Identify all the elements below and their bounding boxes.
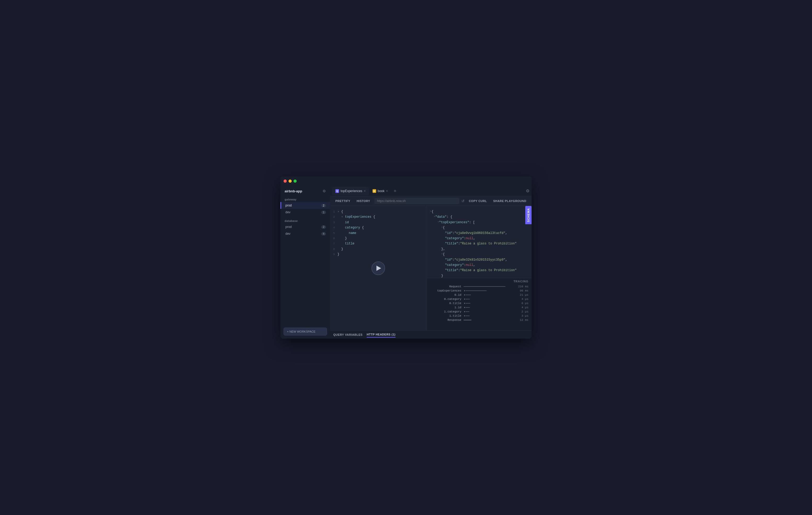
trace-row-name: Response [430,318,461,322]
code-line: 3 id [330,220,427,225]
traffic-lights [284,179,297,183]
section-label-gateway: gateway [281,196,330,202]
top-settings-icon[interactable]: ⚙ [526,189,529,193]
history-button[interactable]: HISTORY [354,198,372,204]
resp-line: ▾ { [427,252,531,257]
resp-line: "category": null, [427,236,531,241]
resp-line: "title": "Raise a glass to Prohibition" [427,268,531,273]
trace-row-name: topExperiences [430,289,461,292]
resp-line: ▾ "data": { [427,214,531,220]
trace-bar [466,307,470,308]
share-playground-button[interactable]: SHARE PLAYGROUND [491,198,528,204]
tab-bar: Q topExperiences × M book × + ⚙ [330,186,531,196]
trace-bar [466,295,471,295]
app-name-label: airbnb-app [285,189,302,193]
trace-bar [466,299,470,299]
code-line: 7 title [330,241,427,246]
trace-row-name: Request [430,285,461,288]
trace-row-name: 0.category [430,297,461,301]
trace-row-topexperiences: topExperiences 90 ms [427,289,531,293]
main-content: airbnb-app ⚙ gateway prod 2 dev 1 databa… [281,186,531,339]
maximize-button[interactable] [293,179,297,183]
play-button[interactable] [372,261,385,275]
schema-button[interactable]: SCHEMA [525,206,531,224]
tracing-panel: TRACING Request 210 ms [427,278,531,330]
trace-dot [464,303,465,304]
new-workspace-button[interactable]: + NEW WORKSPACE [284,327,327,336]
code-line: 6 } [330,236,427,241]
trace-time: 4 μs [516,297,528,301]
code-line: 8 } [330,247,427,252]
resp-line: "category": null, [427,262,531,268]
sidebar-header: airbnb-app ⚙ [281,186,330,196]
arrow-icon: ▾ [338,210,341,213]
sidebar-item-name: dev [285,210,290,214]
resp-line: ▾ "topExperiences": [ [427,220,531,225]
editor-panels: 1 ▾ { 2 ▾ topExperiences { [330,206,531,330]
section-label-database: database [281,218,330,224]
copy-curl-button[interactable]: COPY CURL [467,198,489,204]
sidebar-badge: 1 [321,211,326,214]
trace-time: 2 μs [516,310,528,313]
resp-line: "id": "cja8e0vvg1b060156al3tucfd" , [427,231,531,236]
trace-row-0title: 0.title 6 μs [427,301,531,305]
close-button[interactable] [284,179,287,183]
sidebar-badge: 4 [321,232,326,235]
trace-time: 90 ms [516,289,528,292]
trace-bar [466,311,469,312]
url-input[interactable] [374,198,459,204]
tab-close-icon[interactable]: × [364,190,366,193]
bottom-tab-query-variables[interactable]: QUERY VARIABLES [333,332,362,337]
trace-row-name: 0.id [430,293,461,296]
tab-top-experiences[interactable]: Q topExperiences × [332,187,369,195]
tab-name: book [378,189,384,193]
code-line: 4 category { [330,225,427,230]
trace-time: 4 μs [516,306,528,309]
add-tab-button[interactable]: + [392,188,399,195]
trace-row-name: 1.category [430,310,461,313]
toolbar: PRETTIFY HISTORY ↺ COPY CURL SHARE PLAYG… [330,196,531,206]
trace-row-name: 1.id [430,306,461,309]
trace-bar [466,303,470,304]
minimize-button[interactable] [289,179,292,183]
sidebar-badge: 2 [321,225,326,229]
resp-line: }, [427,247,531,252]
play-icon [376,266,381,271]
trace-time: 6 μs [516,302,528,305]
sidebar-item-gateway-prod[interactable]: prod 2 [281,202,330,209]
tracing-rows: Request 210 ms topExperiences [427,284,531,323]
sidebar-item-gateway-dev[interactable]: dev 1 [281,209,330,216]
trace-bar [466,316,470,316]
trace-bar [464,320,471,320]
resp-line: "title": "Raise a glass to Prohibition" [427,241,531,246]
resp-line: ▾ { [427,209,531,214]
sidebar-badge: 2 [321,204,326,207]
tab-close-icon[interactable]: × [386,190,388,193]
code-line: 1 ▾ { [330,209,427,214]
trace-bar-container [464,311,514,312]
prettify-button[interactable]: PRETTIFY [333,198,352,204]
trace-row-response: Response 12 ms [427,318,531,322]
tab-name: topExperiences [341,189,362,193]
trace-time: 12 ms [516,318,528,322]
editor-area: Q topExperiences × M book × + ⚙ PRETTIFY… [330,186,531,339]
trace-bar-container [464,307,514,308]
trace-dot [464,315,465,316]
trace-dot [464,307,465,308]
new-workspace-label: + NEW WORKSPACE [287,330,316,333]
tab-book[interactable]: M book × [369,187,391,195]
trace-row-1category: 1.category 2 μs [427,310,531,314]
resp-line: "id": "cja8e32k81n5201515yyc35p9" , [427,257,531,262]
settings-icon[interactable]: ⚙ [323,189,326,193]
code-line: 5 name [330,231,427,236]
trace-time: 210 ms [516,285,528,288]
trace-time: 21 μs [516,293,528,296]
query-editor[interactable]: 1 ▾ { 2 ▾ topExperiences { [330,206,427,330]
trace-bar-container [464,303,514,304]
refresh-icon[interactable]: ↺ [461,199,465,203]
sidebar-item-database-dev[interactable]: dev 4 [281,230,330,237]
bottom-tab-http-headers[interactable]: HTTP HEADERS (1) [367,332,396,338]
trace-bar-container [464,295,514,295]
sidebar-item-database-prod[interactable]: prod 2 [281,224,330,230]
code-line: 9 } [330,252,427,257]
